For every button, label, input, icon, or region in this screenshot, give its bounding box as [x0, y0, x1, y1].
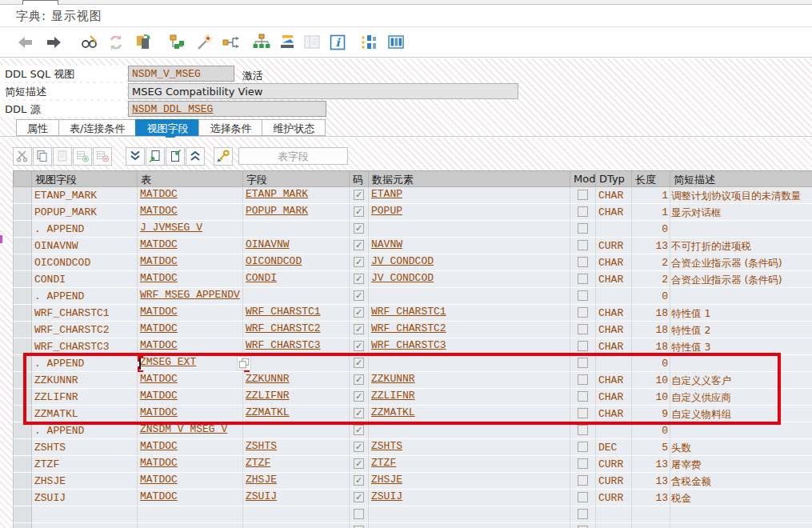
field-name-link[interactable]: ZTZF	[243, 454, 270, 469]
field-name-link[interactable]: CONDI	[243, 270, 277, 284]
row-selector[interactable]	[13, 221, 32, 238]
field-name-link[interactable]: ZZKUNNR	[243, 370, 290, 385]
row-selector[interactable]	[13, 238, 32, 254]
row-selector[interactable]	[13, 406, 32, 422]
mod-checkbox[interactable]	[578, 391, 588, 402]
header-data-element[interactable]: 数据元素	[369, 170, 570, 187]
data-element-link[interactable]: ZHSJE	[369, 471, 402, 486]
table-name-link[interactable]: MATDOC	[138, 303, 178, 318]
tab-maintenance-status[interactable]: 维护状态	[262, 119, 326, 136]
sort-icon[interactable]	[278, 33, 297, 52]
data-element-link[interactable]: NAVNW	[369, 236, 402, 250]
header-field[interactable]: 字段	[243, 170, 350, 187]
row-selector[interactable]	[13, 439, 32, 456]
table-name-link[interactable]: MATDOC	[138, 202, 178, 217]
table-name-link[interactable]: ZNSDM_V_MSEG_V	[138, 421, 227, 435]
table-contents-icon[interactable]	[386, 33, 406, 52]
table-name-link[interactable]: MATDOC	[138, 488, 178, 502]
mod-checkbox[interactable]	[578, 307, 588, 318]
row-selector[interactable]	[13, 490, 32, 506]
mod-checkbox[interactable]	[578, 257, 588, 267]
copy-transport-icon[interactable]	[134, 33, 153, 52]
header-length[interactable]: 长度	[632, 170, 670, 187]
table-name-link[interactable]: MATDOC	[138, 438, 178, 452]
key-checkbox[interactable]	[354, 509, 364, 519]
row-selector[interactable]	[13, 372, 32, 389]
mod-checkbox[interactable]	[578, 458, 588, 469]
data-element-link[interactable]: WRF_CHARSTC1	[369, 303, 446, 318]
field-name-link[interactable]: POPUP_MARK	[243, 202, 308, 217]
key-checkbox[interactable]: ✓	[354, 442, 364, 452]
field-name-link[interactable]: WRF_CHARSTC1	[243, 303, 321, 318]
page-up-button[interactable]	[186, 147, 205, 166]
where-used-icon[interactable]	[221, 33, 240, 52]
field-name-link[interactable]: ZSUIJ	[243, 488, 277, 502]
table-name-link[interactable]: MATDOC	[138, 404, 178, 418]
page-down-button[interactable]	[126, 147, 145, 166]
row-selector[interactable]	[13, 322, 32, 338]
mod-checkbox[interactable]	[578, 324, 588, 334]
refresh-icon[interactable]	[106, 33, 126, 52]
field-name-link[interactable]: ETANP_MARK	[243, 186, 308, 200]
table-name-link[interactable]: J_JVMSEG_V	[138, 219, 202, 234]
key-checkbox[interactable]: ✓	[354, 458, 364, 469]
table-name-link[interactable]: MATDOC	[138, 370, 178, 385]
key-checkbox[interactable]: ✓	[354, 290, 364, 301]
mod-checkbox[interactable]	[578, 492, 588, 502]
data-element-link[interactable]: ZZMATKL	[369, 404, 415, 418]
tab-view-fields[interactable]: 视图字段	[135, 119, 199, 136]
mod-checkbox[interactable]	[578, 475, 588, 486]
key-checkbox[interactable]: ✓	[354, 206, 364, 217]
field-name-link[interactable]: OINAVNW	[243, 236, 290, 250]
header-dtyp[interactable]: DTyp	[596, 170, 632, 187]
magic-wand-icon[interactable]	[194, 33, 214, 52]
field-name-link[interactable]: WRF_CHARSTC3	[243, 337, 321, 351]
header-key[interactable]: 码	[350, 170, 369, 187]
short-description-field[interactable]: MSEG Compatibility View	[128, 83, 518, 99]
field-name-link[interactable]: ZZMATKL	[243, 404, 290, 418]
key-checkbox[interactable]: ✓	[354, 374, 364, 385]
key-checkbox[interactable]: ✓	[354, 190, 364, 200]
row-selector[interactable]	[13, 271, 32, 288]
header-mod[interactable]: Mod	[570, 170, 596, 187]
tab-selection-conditions[interactable]: 选择条件	[198, 119, 262, 136]
mod-checkbox[interactable]	[578, 358, 588, 368]
table-name-link[interactable]: MATDOC	[138, 270, 178, 284]
table-name-link[interactable]: MATDOC	[138, 387, 178, 402]
forward-icon[interactable]	[44, 33, 63, 52]
mod-checkbox[interactable]	[578, 206, 588, 217]
key-checkbox[interactable]: ✓	[354, 492, 364, 502]
key-checkbox[interactable]: ✓	[354, 257, 364, 267]
indexes-icon[interactable]	[360, 33, 379, 52]
mod-checkbox[interactable]	[578, 290, 588, 301]
table-name-link[interactable]: ZMSEG_EXT	[138, 354, 196, 368]
data-element-link[interactable]: WRF_CHARSTC3	[369, 337, 446, 351]
header-table[interactable]: 表	[138, 170, 243, 187]
table-name-link[interactable]: MATDOC	[138, 253, 178, 267]
row-selector[interactable]	[13, 456, 32, 473]
row-selector[interactable]	[13, 338, 32, 355]
tab-table-join-conditions[interactable]: 表/连接条件	[58, 119, 136, 136]
key-checkbox[interactable]: ✓	[354, 307, 364, 318]
mod-checkbox[interactable]	[578, 408, 588, 418]
row-selector[interactable]	[13, 305, 32, 322]
key-checkbox[interactable]: ✓	[354, 240, 364, 250]
data-element-link[interactable]: ETANP	[369, 186, 402, 200]
data-element-link[interactable]: ZSUIJ	[369, 488, 402, 502]
mod-checkbox[interactable]	[578, 223, 588, 234]
data-element-link[interactable]: ZZLIFNR	[369, 387, 415, 402]
row-selector[interactable]	[13, 204, 32, 221]
key-checkbox[interactable]: ✓	[354, 341, 364, 351]
insert-page-button[interactable]	[146, 147, 165, 166]
tab-attributes[interactable]: 属性	[16, 119, 59, 136]
row-selector[interactable]	[13, 422, 32, 439]
key-checkbox[interactable]: ✓	[354, 475, 364, 486]
row-selector[interactable]	[13, 389, 32, 406]
cut-button[interactable]	[13, 147, 32, 166]
row-selector[interactable]	[13, 473, 32, 490]
mod-checkbox[interactable]	[578, 190, 588, 200]
key-checkbox[interactable]: ✓	[354, 274, 364, 284]
data-element-link[interactable]: ZZKUNNR	[369, 370, 415, 385]
header-short-description[interactable]: 简短描述	[670, 170, 812, 187]
key-checkbox[interactable]: ✓	[354, 324, 364, 334]
